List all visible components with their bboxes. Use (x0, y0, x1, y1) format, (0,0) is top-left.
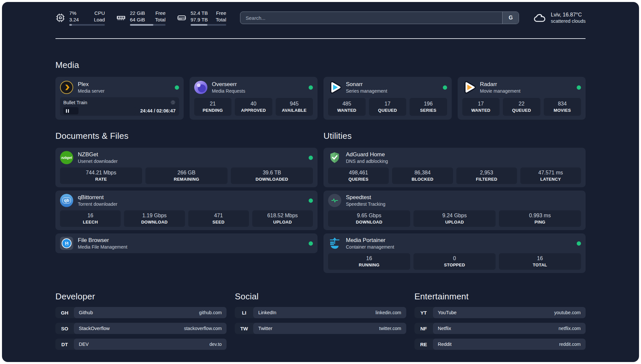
disk-progress-fill (191, 24, 207, 26)
cpu-usage-value: 7% (69, 10, 79, 16)
stat-box: 485 WANTED (328, 98, 366, 116)
adguard-icon (328, 151, 341, 164)
nzbget-logo-text: nzbget (61, 156, 72, 160)
service-subtitle: Media server (78, 88, 105, 94)
bookmark-abbr: NF (414, 326, 433, 331)
stat-box: 945 AVAILABLE (276, 98, 313, 116)
bookmark-dev[interactable]: DT DEV dev.to (55, 339, 227, 350)
cpu-chip-icon (55, 13, 65, 23)
cpu-label: CPU (94, 10, 105, 16)
filebrowser-icon (60, 237, 73, 250)
service-subtitle: Movie management (480, 88, 521, 94)
bookmark-linkedin[interactable]: LI LinkedIn linkedin.com (235, 307, 406, 318)
bookmark-url: netflix.com (559, 326, 581, 331)
bookmark-abbr: YT (414, 310, 433, 316)
service-card-qbittorrent[interactable]: qb qBittorrent Torrent downloader 16 LEE… (55, 191, 318, 230)
stat-value: 9.65 Gbps (357, 213, 382, 219)
pause-button[interactable] (63, 107, 78, 114)
stat-box: 1.19 Gbps DOWNLOAD (124, 210, 185, 227)
cloud-icon (533, 11, 546, 24)
service-title: File Browser (78, 237, 127, 244)
service-subtitle: Torrent downloader (78, 201, 117, 207)
stat-value: 945 (290, 101, 299, 107)
section-documents: Documents & Files nzbget NZBGet Usenet d… (55, 131, 318, 273)
bookmark-url: github.com (199, 310, 222, 315)
stat-label: STOPPED (444, 262, 465, 267)
bookmark-youtube[interactable]: YT YouTube youtube.com (414, 307, 586, 318)
bookmark-netflix[interactable]: NF Netflix netflix.com (414, 323, 586, 334)
service-card-adguard[interactable]: AdGuard Home DNS and adblocking 498,461 … (323, 148, 586, 187)
bookmark-twitter[interactable]: TW Twitter twitter.com (235, 323, 406, 334)
stat-box: 40 APPROVED (235, 98, 272, 116)
status-dot (309, 156, 313, 160)
stat-value: 1.19 Gbps (142, 213, 167, 219)
service-title: NZBGet (78, 151, 118, 158)
stat-box: 16 RUNNING (328, 253, 410, 270)
stat-value: 0 (453, 256, 456, 261)
stat-value: 9.24 Gbps (443, 213, 467, 219)
service-title: qBittorrent (78, 194, 117, 201)
status-dot (175, 85, 179, 90)
stat-box: 471 SEED (188, 210, 249, 227)
stat-box: 2,953 FILTERED (456, 167, 517, 184)
stat-box: 21 PENDING (194, 98, 232, 116)
status-dot (577, 85, 581, 90)
status-dot (577, 241, 581, 246)
bookmark-name: Reddit (438, 342, 452, 347)
service-card-nzbget[interactable]: nzbget NZBGet Usenet downloader 744.21 M… (55, 148, 318, 187)
stat-box: 16 LEECH (60, 210, 121, 227)
stat-box: 196 SERIES (410, 98, 447, 116)
entertainment-section-title: Entertainment (414, 291, 586, 302)
stat-box: 17 WANTED (462, 98, 500, 116)
disk-progress-bar (191, 24, 226, 26)
developer-section-title: Developer (55, 291, 227, 302)
service-title: AdGuard Home (346, 151, 388, 158)
service-subtitle: Speedtest Tracking (346, 201, 385, 207)
disk-free-value: 52.4 TB (191, 10, 208, 16)
stat-value: 266 GB (177, 170, 195, 176)
service-title: Radarr (480, 81, 521, 88)
cpu-widget: 7% 3.24 CPU Load (55, 10, 105, 26)
service-card-sonarr[interactable]: Sonarr Series management 485 WANTED 17 Q… (323, 77, 452, 120)
service-subtitle: DNS and adblocking (346, 159, 388, 164)
memory-icon (116, 13, 126, 23)
search-engine-button[interactable]: G (502, 12, 519, 24)
status-dot (309, 85, 313, 90)
bookmark-stackoverflow[interactable]: SO StackOverflow stackoverflow.com (55, 323, 227, 334)
service-card-portainer[interactable]: Media Portainer Container management 16 … (323, 233, 586, 273)
service-card-speedtest[interactable]: Speedtest Speedtest Tracking 9.65 Gbps D… (323, 191, 586, 230)
stat-box: 834 MOVIES (544, 98, 581, 116)
service-subtitle: Series management (346, 88, 387, 94)
cpu-progress-bar (69, 24, 105, 26)
now-playing-title: Bullet Train (63, 100, 87, 105)
service-subtitle: Media Requests (212, 88, 245, 94)
stat-label: RATE (95, 177, 107, 182)
stat-label: WANTED (337, 108, 356, 113)
stat-label: PENDING (203, 108, 223, 113)
bookmark-github[interactable]: GH Github github.com (55, 307, 227, 318)
portainer-icon (328, 237, 341, 250)
memory-free-value: 22 GiB (130, 10, 145, 16)
memory-progress-fill (130, 24, 153, 26)
bookmark-reddit[interactable]: RE Reddit reddit.com (414, 339, 586, 350)
service-card-filebrowser[interactable]: File Browser Media File Management (55, 233, 318, 253)
status-dot (443, 85, 447, 90)
search-input[interactable] (240, 12, 502, 24)
qbittorrent-icon: qb (60, 194, 73, 207)
cpu-load-value: 3.24 (69, 16, 79, 23)
stat-box: 618.52 Mbps UPLOAD (252, 210, 313, 227)
nzbget-icon: nzbget (60, 151, 73, 164)
service-card-overseerr[interactable]: Overseerr Media Requests 21 PENDING 40 A… (190, 77, 318, 120)
stat-box: 744.21 Mbps RATE (60, 167, 142, 184)
service-card-plex[interactable]: Plex Media server Bullet Train (55, 77, 184, 120)
service-card-radarr[interactable]: Radarr Movie management 17 WANTED 22 QUE… (458, 77, 586, 120)
topbar-divider (55, 38, 586, 39)
stat-box: 0 STOPPED (413, 253, 496, 270)
stat-box: 9.24 Gbps UPLOAD (413, 210, 496, 227)
stat-box: 17 QUEUED (369, 98, 407, 116)
cpu-progress-fill (69, 24, 72, 26)
speedtest-icon (328, 194, 341, 207)
memory-total-label: Total (155, 16, 166, 23)
service-title: Media Portainer (346, 237, 394, 244)
bookmark-url: linkedin.com (376, 310, 401, 315)
